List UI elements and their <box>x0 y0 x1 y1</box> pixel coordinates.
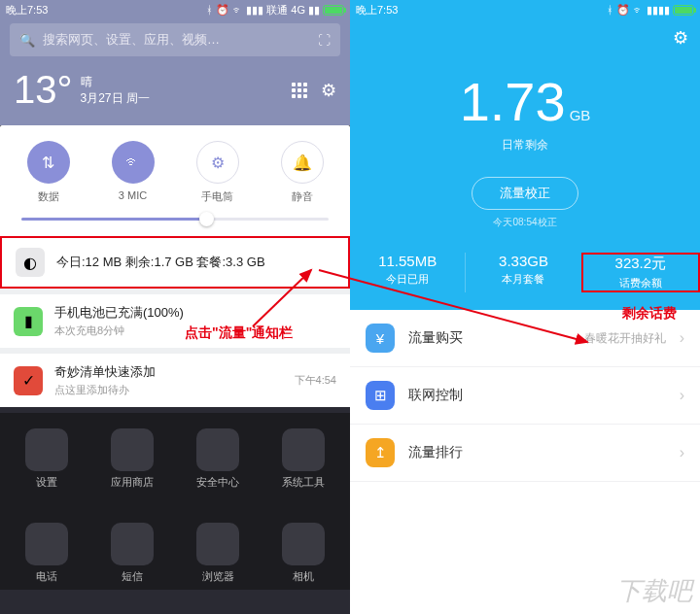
app-设置[interactable]: 设置 <box>13 428 81 490</box>
chevron-right-icon: › <box>680 329 684 347</box>
toggle-label: 数据 <box>15 189 83 204</box>
quick-settings-panel: ⇅数据ᯤ3 MIC⚙手电筒🔔静音 <box>0 125 350 236</box>
notification-sub: 本次充电8分钟 <box>54 324 336 338</box>
toggle-icon: ᯤ <box>112 141 155 184</box>
app-icon <box>282 428 325 471</box>
search-input[interactable]: 🔍 搜索网页、设置、应用、视频… ⛶ <box>10 23 340 56</box>
app-label: 电话 <box>13 569 81 584</box>
app-icon <box>25 428 68 471</box>
notification-title: 今日:12 MB 剩余:1.7 GB 套餐:3.3 GB <box>56 254 334 271</box>
list-extra: 春暖花开抽好礼 <box>584 330 666 347</box>
status-bar: 晚上7:53 ᚼ ⏰ ᯤ ▮▮▮▮ <box>350 0 700 19</box>
list-item-0[interactable]: ¥流量购买春暖花开抽好礼› <box>350 310 700 367</box>
notification-sub: 点这里添加待办 <box>54 383 283 397</box>
list-item-1[interactable]: ⊞联网控制› <box>350 367 700 425</box>
stat-2[interactable]: 323.2元话费余额 <box>581 253 700 292</box>
toggle-1[interactable]: ᯤ3 MIC <box>99 141 167 204</box>
slider-thumb[interactable] <box>199 212 214 226</box>
app-label: 浏览器 <box>184 569 252 584</box>
app-浏览器[interactable]: 浏览器 <box>184 523 252 584</box>
battery-icon <box>323 5 344 16</box>
toggle-icon: 🔔 <box>281 141 324 184</box>
app-label: 安全中心 <box>184 475 252 490</box>
alarm-icon: ⏰ <box>216 4 229 17</box>
stat-label: 话费余额 <box>583 276 698 290</box>
stat-label: 本月套餐 <box>466 272 580 287</box>
app-icon <box>111 523 154 565</box>
notification-icon: ✓ <box>14 366 43 395</box>
stat-label: 今日已用 <box>350 272 465 287</box>
app-电话[interactable]: 电话 <box>13 523 81 584</box>
brightness-slider[interactable] <box>0 210 350 236</box>
notification-title: 奇妙清单快速添加 <box>54 363 283 381</box>
alarm-icon: ⏰ <box>616 4 630 17</box>
stat-value: 11.55MB <box>350 253 465 269</box>
notification-icon: ▮ <box>14 307 43 336</box>
home-icons-area: 设置应用商店安全中心系统工具 电话短信浏览器相机 <box>0 413 350 590</box>
toggle-label: 手电筒 <box>184 189 252 204</box>
menu-list: ¥流量购买春暖花开抽好礼›⊞联网控制›↥流量排行› <box>350 310 700 482</box>
toggle-icon: ⚙ <box>196 141 239 184</box>
weather-widget[interactable]: 13° 晴 3月27日 周一 ⚙ <box>0 64 350 121</box>
app-icon <box>196 523 239 565</box>
calibrate-button[interactable]: 流量校正 <box>472 177 578 210</box>
stat-0[interactable]: 11.55MB今日已用 <box>350 253 465 292</box>
toggle-row: ⇅数据ᯤ3 MIC⚙手电筒🔔静音 <box>0 125 350 210</box>
left-header: 晚上7:53 ᚼ ⏰ ᯤ ▮▮▮ 联通 4G ▮▮ 🔍 搜索网页、设置、应用、视… <box>0 0 350 125</box>
list-icon: ⊞ <box>366 381 395 410</box>
stat-1[interactable]: 3.33GB本月套餐 <box>465 253 580 292</box>
app-label: 系统工具 <box>269 475 337 490</box>
app-icon <box>282 523 325 565</box>
status-time: 晚上7:53 <box>6 3 48 17</box>
app-应用商店[interactable]: 应用商店 <box>98 428 166 490</box>
data-unit: GB <box>570 107 591 123</box>
app-icon <box>25 523 68 565</box>
notification-list: ◐今日:12 MB 剩余:1.7 GB 套餐:3.3 GB▮手机电池已充满(10… <box>0 236 350 407</box>
scan-icon: ⛶ <box>318 33 331 48</box>
left-screen: 晚上7:53 ᚼ ⏰ ᯤ ▮▮▮ 联通 4G ▮▮ 🔍 搜索网页、设置、应用、视… <box>0 0 350 614</box>
app-系统工具[interactable]: 系统工具 <box>269 428 337 490</box>
app-icon <box>196 428 239 471</box>
toggle-label: 3 MIC <box>99 189 167 201</box>
app-安全中心[interactable]: 安全中心 <box>184 428 252 490</box>
wifi-icon: ᯤ <box>232 4 243 16</box>
search-placeholder: 搜索网页、设置、应用、视频… <box>43 31 310 49</box>
app-相机[interactable]: 相机 <box>269 523 337 584</box>
status-bar: 晚上7:53 ᚼ ⏰ ᯤ ▮▮▮ 联通 4G ▮▮ <box>0 0 350 19</box>
signal2-icon: ▮▮ <box>308 4 320 17</box>
weather-dow: 周一 <box>126 91 150 105</box>
app-label: 相机 <box>269 569 337 584</box>
right-screen: 晚上7:53 ᚼ ⏰ ᯤ ▮▮▮▮ ⚙ 1.73GB 日常剩余 流量校正 今天0… <box>350 0 700 614</box>
data-sub-label: 日常剩余 <box>350 137 700 154</box>
notification-icon: ◐ <box>16 248 45 277</box>
list-label: 联网控制 <box>408 387 666 404</box>
settings-gear-icon[interactable]: ⚙ <box>673 27 688 49</box>
app-短信[interactable]: 短信 <box>98 523 166 584</box>
signal-icon: ▮▮▮▮ <box>647 4 670 17</box>
data-usage-header: 晚上7:53 ᚼ ⏰ ᯤ ▮▮▮▮ ⚙ 1.73GB 日常剩余 流量校正 今天0… <box>350 0 700 310</box>
wifi-icon: ᯤ <box>633 4 644 16</box>
stats-row: 11.55MB今日已用3.33GB本月套餐323.2元话费余额 <box>350 253 700 292</box>
list-item-2[interactable]: ↥流量排行› <box>350 425 700 482</box>
notification-data[interactable]: ◐今日:12 MB 剩余:1.7 GB 套餐:3.3 GB <box>0 236 350 289</box>
toggle-0[interactable]: ⇅数据 <box>15 141 83 204</box>
app-label: 应用商店 <box>98 475 166 490</box>
weather-temp: 13° <box>14 68 73 112</box>
carrier-label: 联通 <box>266 3 288 17</box>
toggle-2[interactable]: ⚙手电筒 <box>184 141 252 204</box>
settings-gear-icon[interactable]: ⚙ <box>321 80 336 101</box>
chevron-right-icon: › <box>680 444 684 461</box>
bluetooth-icon: ᚼ <box>206 4 213 16</box>
list-label: 流量排行 <box>408 444 666 461</box>
apps-grid-icon[interactable] <box>292 83 307 98</box>
chevron-right-icon: › <box>680 387 684 404</box>
calibrate-time: 今天08:54校正 <box>350 216 700 229</box>
weather-cond: 晴 <box>81 74 150 90</box>
notification-battery[interactable]: ▮手机电池已充满(100%)本次充电8分钟 <box>0 294 350 348</box>
stat-value: 3.33GB <box>466 253 580 269</box>
notification-wunder[interactable]: ✓奇妙清单快速添加点这里添加待办下午4:54 <box>0 354 350 407</box>
signal-icon: ▮▮▮ <box>246 4 263 17</box>
stat-value: 323.2元 <box>583 255 698 273</box>
toggle-3[interactable]: 🔔静音 <box>268 141 336 204</box>
notification-time: 下午4:54 <box>295 373 336 388</box>
